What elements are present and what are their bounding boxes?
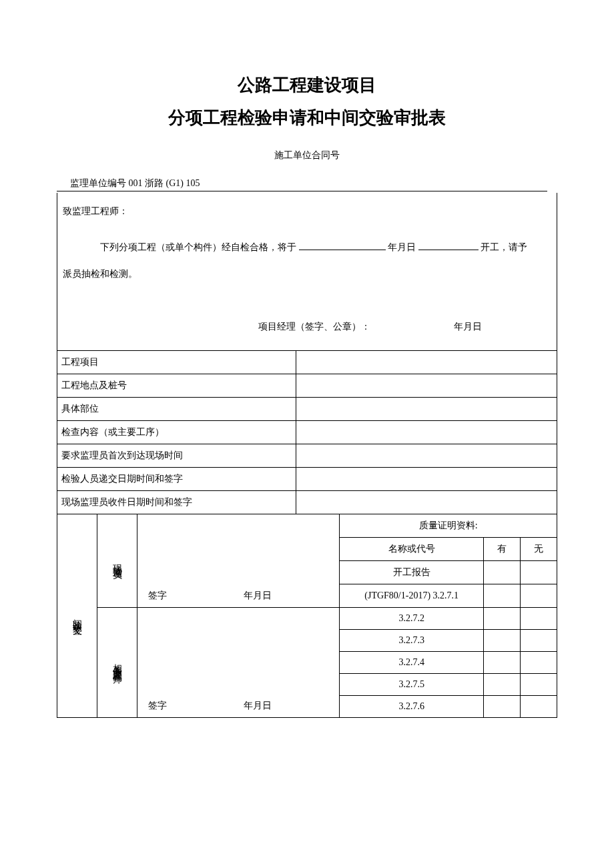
quality-item-2: 3.2.7.2 [340,607,484,629]
row-location: 工程地点及桩号 [57,374,296,397]
contract-number-label: 施工单位合同号 [57,149,557,161]
quality-item-3: 3.2.7.3 [340,629,484,651]
quality-no-3[interactable] [521,629,557,651]
quality-item-6: 3.2.7.6 [340,695,484,717]
role1-vertical-text: 现场监理员 [111,557,123,564]
quality-yes-4[interactable] [484,651,521,673]
sign-date-1: 年月日 [180,590,335,602]
quality-header: 质量证明资料: [340,514,557,537]
intro-mid: 年月日 [388,242,416,252]
quality-no-5[interactable] [521,673,557,695]
role2-vertical-text: 相关专业监理工程师 [111,657,123,669]
quality-item-5: 3.2.7.5 [340,673,484,695]
row-project-value[interactable] [296,350,557,374]
pm-signature-row: 项目经理（签字、公章）： 年月日 [63,315,551,343]
quality-no-4[interactable] [521,651,557,673]
row-part-value[interactable] [296,397,557,420]
row-part: 具体部位 [57,397,296,420]
quality-yes-1[interactable] [484,584,521,607]
quality-yes-6[interactable] [484,695,521,717]
row-inspector-submit: 检验人员递交日期时间和签字 [57,467,296,490]
intro-paragraph: 下列分项工程（或单个构件）经自检合格，将于 年月日 开工，请予 [63,236,551,260]
quality-yes-3[interactable] [484,629,521,651]
title-line-1: 公路工程建设项目 [57,73,557,97]
role-site-supervisor: 现场监理员 [97,514,137,607]
quality-yes-2[interactable] [484,607,521,629]
intro-suffix: 开工，请予 [481,242,527,252]
approval-section-label: 间验认中交签 [57,514,97,717]
quality-item-4: 3.2.7.4 [340,651,484,673]
row-supervisor-receive: 现场监理员收件日期时间和签字 [57,490,296,514]
sign-label-1: 签字 [141,590,180,602]
row-content-value[interactable] [296,420,557,444]
specialist-engineer-sign-area[interactable]: 签字 年月日 [137,607,340,717]
blank-field-2[interactable] [418,241,479,250]
approval-vertical-text: 间验认中交签 [71,612,83,620]
intro-prefix: 下列分项工程（或单个构件）经自检合格，将于 [100,242,296,252]
blank-field-1[interactable] [299,241,386,250]
main-form-table: 致监理工程师： 下列分项工程（或单个构件）经自检合格，将于 年月日 开工，请予 … [57,193,557,718]
row-project: 工程项目 [57,350,296,374]
row-content: 检查内容（或主要工序） [57,420,296,444]
intro-line-2: 派员抽检和检测。 [63,267,551,282]
to-engineer-label: 致监理工程师： [63,199,551,224]
quality-no-col: 无 [521,537,557,560]
role-specialist-engineer: 相关专业监理工程师 [97,607,137,717]
quality-item-0: 开工报告 [340,560,484,584]
supervisor-unit-code: 监理单位编号 001 浙路 (G1) 105 [57,177,547,191]
intro-section: 致监理工程师： 下列分项工程（或单个构件）经自检合格，将于 年月日 开工，请予 … [57,193,557,350]
pm-sign-label: 项目经理（签字、公章）： [258,315,454,339]
quality-item-1: (JTGF80/1-2017) 3.2.7.1 [340,584,484,607]
row-first-arrival: 要求监理员首次到达现场时间 [57,444,296,467]
pm-sign-date: 年月日 [454,315,551,339]
quality-yes-0[interactable] [484,560,521,584]
site-supervisor-sign-area[interactable]: 签字 年月日 [137,514,340,607]
quality-no-6[interactable] [521,695,557,717]
title-line-2: 分项工程检验申请和中间交验审批表 [57,106,557,129]
sign-label-2: 签字 [141,700,180,712]
document-title: 公路工程建设项目 分项工程检验申请和中间交验审批表 [57,73,557,129]
sign-date-2: 年月日 [180,700,335,712]
quality-yes-col: 有 [484,537,521,560]
quality-yes-5[interactable] [484,673,521,695]
row-location-value[interactable] [296,374,557,397]
quality-no-0[interactable] [521,560,557,584]
quality-no-1[interactable] [521,584,557,607]
row-supervisor-receive-value[interactable] [296,490,557,514]
quality-no-2[interactable] [521,607,557,629]
row-inspector-submit-value[interactable] [296,467,557,490]
row-first-arrival-value[interactable] [296,444,557,467]
quality-name-col: 名称或代号 [340,537,484,560]
